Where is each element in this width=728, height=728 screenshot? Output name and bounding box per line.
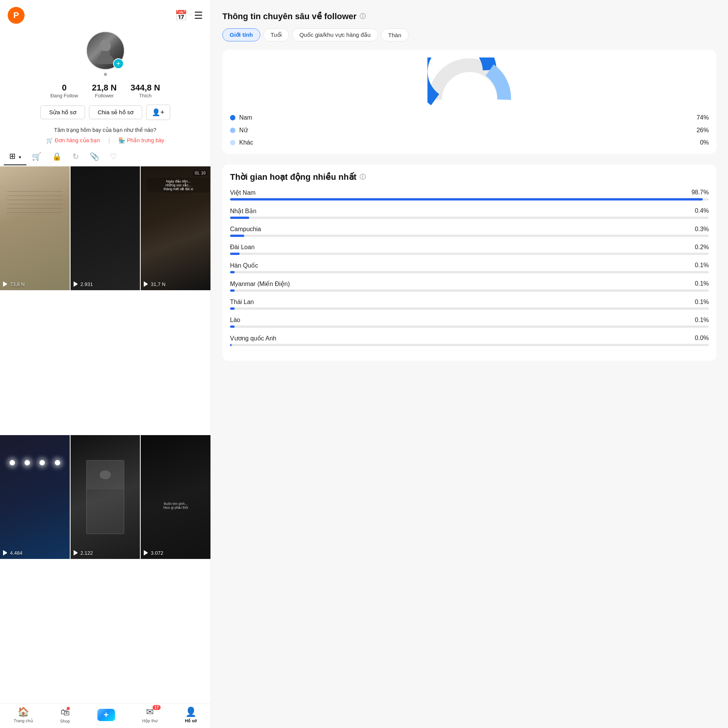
play-count-1: 73,8 N: [3, 281, 25, 287]
video-cell-2[interactable]: 2.931: [71, 166, 140, 290]
svg-point-0: [100, 39, 111, 52]
edit-profile-button[interactable]: Sửa hồ sơ: [40, 105, 85, 119]
video-cell-4[interactable]: 4.484: [0, 435, 70, 559]
left-panel: P 📅 ☰ + 0: [0, 0, 211, 728]
profile-letter-icon[interactable]: P: [8, 7, 25, 24]
filter-tabs: Giới tính Tuổi Quốc gia/khu vực hàng đầu…: [222, 28, 716, 41]
country-row-laos: Lào 0.1%: [230, 317, 709, 328]
country-row-thailand: Thái Lan 0.1%: [230, 299, 709, 310]
filter-tab-other[interactable]: Thàn: [381, 28, 409, 41]
shop-nav-icon: 🛍: [61, 707, 70, 718]
avatar-section: +: [0, 28, 210, 76]
play-count-3: 31,7 N: [144, 281, 165, 287]
country-row-uk: Vương quốc Anh 0.0%: [230, 335, 709, 346]
play-count-2: 2.931: [74, 281, 93, 287]
shop-divider: |: [108, 137, 110, 144]
stats-row: 0 Đang Follow 21,8 N Follower 344,8 N Th…: [0, 83, 210, 99]
nav-create[interactable]: +: [97, 709, 115, 721]
donut-section: Nam 74% Nữ 26% Khác 0%: [222, 50, 716, 154]
country-row-myanmar: Myanmar (Miến Điện) 0.1%: [230, 280, 709, 292]
filter-tab-age[interactable]: Tuổi: [263, 28, 289, 41]
bar-fill-vietnam: [230, 198, 703, 200]
video-cell-3[interactable]: 01. 10 Ngày đầu tiên...những xúc xắc...t…: [141, 166, 210, 290]
inbox-badge: 17: [153, 705, 161, 710]
legend-nu: Nữ 26%: [230, 127, 709, 134]
bar-track-myanmar: [230, 289, 709, 292]
bar-fill-cambodia: [230, 235, 244, 237]
home-icon: 🏠: [18, 707, 29, 717]
nav-shop[interactable]: 🛍 Shop: [60, 707, 70, 723]
share-profile-button[interactable]: Chia sẻ hồ sơ: [89, 105, 143, 119]
nav-home[interactable]: 🏠 Trang chủ: [14, 707, 33, 723]
country-row-korea: Hàn Quốc 0.1%: [230, 262, 709, 273]
bar-fill-uk: [230, 344, 232, 346]
nav-profile[interactable]: 👤 Hồ sơ: [185, 707, 197, 723]
legend-nam: Nam 74%: [230, 114, 709, 121]
shop-red-dot: [67, 707, 70, 710]
video-cell-6[interactable]: Buôn tim sinh...Muu gi phải thôi 3.072: [141, 435, 210, 559]
orders-link[interactable]: 🛒 Đơn hàng của bạn: [46, 137, 100, 144]
calendar-icon[interactable]: 📅: [175, 10, 187, 21]
play-count-5: 2.122: [74, 550, 93, 556]
showcase-link[interactable]: 🏪 Phần trưng bày: [118, 137, 164, 144]
tab-saved[interactable]: 🔒: [47, 148, 67, 165]
dot-indicator: [104, 73, 107, 76]
nam-dot: [230, 115, 235, 120]
bar-track-uk: [230, 344, 709, 346]
bar-fill-thailand: [230, 307, 235, 310]
play-count-6: 3.072: [144, 550, 163, 556]
content-tab-bar: ⊞ ▾ 🛒 🔒 ↻ 📎 ♡: [0, 148, 210, 166]
bar-track-laos: [230, 325, 709, 328]
bar-fill-laos: [230, 325, 235, 328]
country-row-vietnam: Việt Nam 98.7%: [230, 189, 709, 200]
stat-following: 0 Đang Follow: [50, 83, 78, 99]
follower-info-icon[interactable]: ⓘ: [360, 13, 366, 21]
video-grid: 73,8 N 2.931 01. 10 Ngày đầu tiên...nhữn…: [0, 166, 210, 703]
activity-info-icon[interactable]: ⓘ: [360, 173, 366, 181]
tab-shop[interactable]: 🛒: [26, 148, 47, 165]
video-cell-5[interactable]: 2.122: [71, 435, 140, 559]
nav-inbox[interactable]: ✉ 17 Hộp thư: [142, 707, 158, 723]
bar-fill-taiwan: [230, 253, 240, 255]
create-button[interactable]: +: [97, 709, 115, 721]
tab-liked[interactable]: ♡: [105, 148, 122, 165]
filter-tab-gender[interactable]: Giới tính: [222, 28, 260, 41]
tab-repost[interactable]: ↻: [67, 148, 84, 165]
profile-nav-icon: 👤: [185, 707, 197, 717]
add-friend-button[interactable]: 👤+: [146, 105, 170, 120]
action-buttons: Sửa hồ sơ Chia sẻ hồ sơ 👤+: [8, 105, 203, 120]
donut-chart: [230, 58, 709, 107]
top-bar: P 📅 ☰: [0, 0, 210, 28]
bar-fill-myanmar: [230, 289, 235, 292]
bar-track-japan: [230, 217, 709, 219]
country-bars: Việt Nam 98.7% Nhật Bản 0.4%: [230, 189, 709, 346]
tab-tagged[interactable]: 📎: [84, 148, 105, 165]
khac-dot: [230, 140, 235, 145]
stat-followers: 21,8 N Follower: [92, 83, 117, 99]
stat-likes: 344,8 N Thích: [131, 83, 160, 99]
avatar-wrapper[interactable]: +: [86, 31, 125, 70]
mood-text: Tâm trạng hôm bay của bạn như thế nào?: [0, 127, 210, 133]
add-avatar-button[interactable]: +: [113, 58, 124, 69]
gender-donut-svg: [427, 58, 512, 107]
filter-tab-country[interactable]: Quốc gia/khu vực hàng đầu: [292, 28, 378, 41]
avatar-image: [94, 37, 117, 64]
right-panel: Thông tin chuyên sâu về follower ⓘ Giới …: [211, 0, 728, 728]
video-cell-1[interactable]: 73,8 N: [0, 166, 70, 290]
top-right-icons: 📅 ☰: [175, 10, 203, 21]
country-row-japan: Nhật Bản 0.4%: [230, 207, 709, 219]
bar-track-vietnam: [230, 198, 709, 200]
bar-track-cambodia: [230, 235, 709, 237]
activity-title: Thời gian hoạt động nhiều nhất ⓘ: [230, 172, 709, 182]
tab-grid[interactable]: ⊞ ▾: [4, 148, 26, 165]
country-row-cambodia: Campuchia 0.3%: [230, 226, 709, 237]
bar-fill-korea: [230, 271, 235, 273]
svg-rect-2: [101, 51, 110, 62]
bar-track-korea: [230, 271, 709, 273]
menu-icon[interactable]: ☰: [194, 10, 203, 21]
bar-track-thailand: [230, 307, 709, 310]
follower-info-title: Thông tin chuyên sâu về follower ⓘ: [222, 12, 716, 21]
nu-dot: [230, 128, 235, 133]
play-count-4: 4.484: [3, 550, 23, 556]
gender-legend: Nam 74% Nữ 26% Khác 0%: [230, 114, 709, 146]
